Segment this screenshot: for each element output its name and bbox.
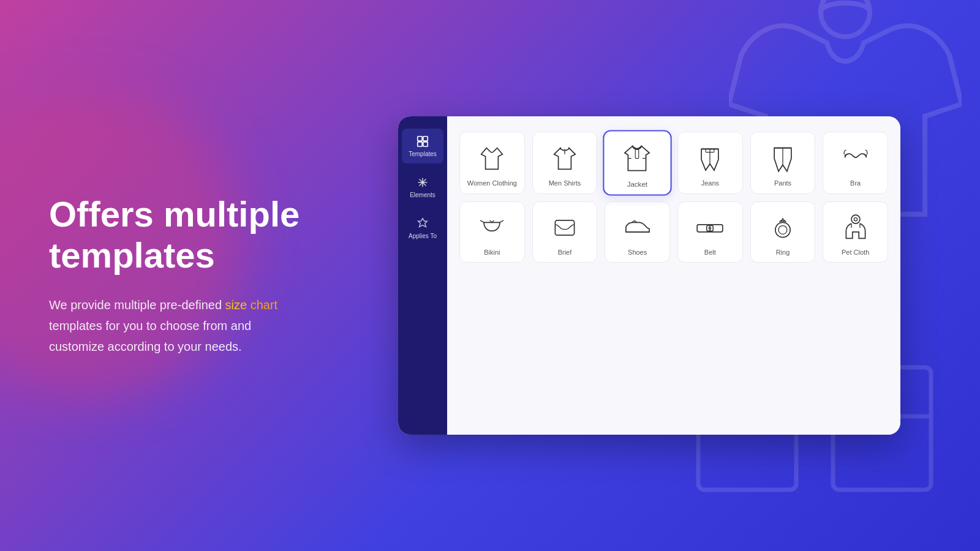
shoes-label: Shoes <box>628 249 647 256</box>
men-shirts-icon <box>549 143 581 174</box>
bikini-icon <box>476 212 508 244</box>
women-clothing-icon <box>476 143 508 174</box>
pet-cloth-icon <box>840 212 872 244</box>
svg-point-37 <box>851 215 860 223</box>
sidebar-item-elements[interactable]: Elements <box>402 170 443 204</box>
template-pet-cloth[interactable]: Pet Cloth <box>823 201 888 263</box>
brief-label: Brief <box>558 249 572 256</box>
template-men-shirts[interactable]: Men Shirts <box>532 132 598 194</box>
templates-icon <box>416 135 429 148</box>
jeans-label: Jeans <box>701 179 719 187</box>
sidebar-applies-label: Applies To <box>409 233 437 239</box>
pants-icon <box>767 143 799 174</box>
sidebar: Templates Elements <box>398 116 447 435</box>
main-content: Women Clothing Men Shirts <box>447 116 900 435</box>
bra-label: Bra <box>850 179 861 187</box>
applies-to-icon <box>416 217 429 230</box>
templates-grid: Women Clothing Men Shirts <box>459 132 888 263</box>
bikini-label: Bikini <box>484 249 500 256</box>
template-shoes[interactable]: Shoes <box>605 201 670 263</box>
description: We provide multiple pre-defined size cha… <box>49 294 306 357</box>
belt-icon <box>694 212 726 244</box>
highlight-size: size <box>225 298 247 312</box>
sidebar-elements-label: Elements <box>410 192 435 198</box>
highlight-chart: chart <box>251 298 277 312</box>
pants-label: Pants <box>774 179 791 187</box>
svg-rect-6 <box>423 137 428 141</box>
svg-point-35 <box>778 226 787 234</box>
women-clothing-label: Women Clothing <box>467 179 517 187</box>
template-jacket[interactable]: Jacket <box>603 130 672 195</box>
jacket-icon <box>620 141 654 175</box>
app-window: Templates Elements <box>398 116 900 435</box>
jacket-label: Jacket <box>627 180 647 188</box>
shoes-icon <box>622 212 654 244</box>
svg-line-25 <box>500 220 503 222</box>
elements-icon <box>416 176 429 189</box>
svg-rect-7 <box>418 142 422 146</box>
sidebar-item-applies-to[interactable]: Applies To <box>402 211 443 246</box>
template-pants[interactable]: Pants <box>750 132 816 194</box>
template-ring[interactable]: Ring <box>750 201 816 263</box>
svg-rect-8 <box>423 142 428 146</box>
svg-rect-16 <box>636 149 639 159</box>
main-heading: Offers multiple templates <box>49 194 306 276</box>
sidebar-templates-label: Templates <box>409 151 437 157</box>
bra-icon <box>840 143 872 174</box>
right-section: Templates Elements <box>343 98 980 453</box>
svg-rect-5 <box>418 137 422 141</box>
svg-point-38 <box>854 218 857 221</box>
ring-icon <box>767 212 799 244</box>
svg-rect-28 <box>555 220 574 235</box>
svg-line-24 <box>480 220 484 222</box>
template-jeans[interactable]: Jeans <box>677 132 743 194</box>
svg-point-34 <box>775 222 790 237</box>
template-bra[interactable]: Bra <box>823 132 888 194</box>
template-brief[interactable]: Brief <box>532 201 598 263</box>
template-belt[interactable]: Belt <box>677 201 743 263</box>
ring-label: Ring <box>776 249 790 256</box>
brief-icon <box>549 212 581 244</box>
sidebar-item-templates[interactable]: Templates <box>402 129 443 163</box>
template-women-clothing[interactable]: Women Clothing <box>459 132 525 194</box>
jeans-icon <box>694 143 726 174</box>
template-bikini[interactable]: Bikini <box>459 201 525 263</box>
belt-label: Belt <box>704 249 716 256</box>
pet-cloth-label: Pet Cloth <box>842 249 869 256</box>
men-shirts-label: Men Shirts <box>549 179 581 187</box>
left-section: Offers multiple templates We provide mul… <box>0 157 343 393</box>
